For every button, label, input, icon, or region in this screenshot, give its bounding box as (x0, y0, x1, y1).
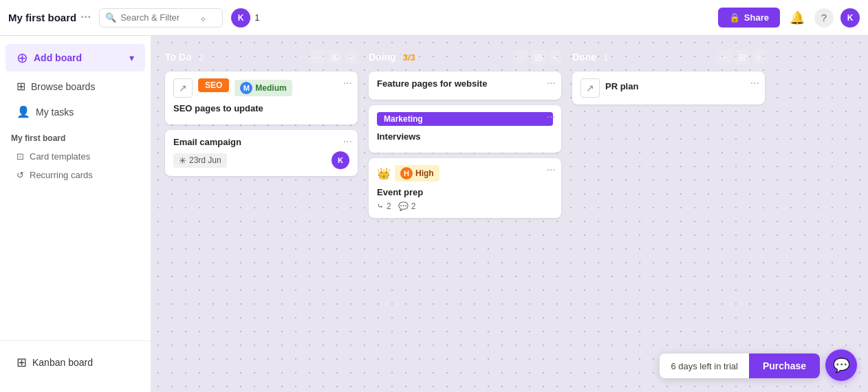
user-badge: K 1 (231, 8, 259, 28)
comment-count: 2 (411, 202, 416, 211)
email-card-footer: ✳ 23rd Jun K (173, 151, 349, 169)
crown-icon: 👑 (377, 167, 391, 180)
browse-boards-icon: ⊞ (17, 80, 25, 93)
filter-icon[interactable]: ⬦ (200, 12, 206, 23)
column-todo-dots-button[interactable]: ··· (310, 50, 325, 65)
search-input[interactable] (120, 12, 196, 23)
add-board-button[interactable]: ⊕ Add board ▾ (6, 44, 145, 72)
topbar-right: 🔒 Share 🔔 ? K (718, 8, 860, 28)
seo-card-body: SEO pages to update (173, 103, 349, 113)
column-done: Done 1 ··· ⊞ + ··· ↗ PR plan (572, 50, 765, 378)
main-layout: ⊕ Add board ▾ ⊞ Browse boards 👤 My tasks… (0, 36, 868, 392)
event-priority-badge: H High (395, 165, 440, 182)
board-area: To Do 2 ··· ⊞ + ··· ↗ SEO M (151, 36, 868, 392)
column-done-count: 1 (603, 52, 608, 63)
topbar-user-avatar[interactable]: K (840, 8, 860, 28)
card-email: ··· Email campaign ✳ 23rd Jun K (165, 130, 358, 176)
kanban-icon: ⊞ (17, 355, 27, 370)
search-bar[interactable]: 🔍 ⬦ (99, 8, 223, 28)
kanban-label: Kanban board (32, 357, 93, 368)
card-pr-plan-menu[interactable]: ··· (750, 77, 759, 89)
card-seo-menu[interactable]: ··· (343, 77, 352, 89)
sidebar-bottom: ⊞ Kanban board (0, 340, 151, 384)
date-sun-icon: ✳ (179, 155, 186, 166)
event-subtask-stat: ⤷ 2 (377, 202, 391, 211)
card-feature-menu[interactable]: ··· (547, 77, 556, 89)
email-date: 23rd Jun (189, 155, 221, 165)
column-done-dots-button[interactable]: ··· (717, 50, 732, 65)
sidebar-item-my-tasks[interactable]: 👤 My tasks (6, 100, 145, 124)
board-menu-dots[interactable]: ··· (80, 10, 91, 25)
card-templates-label: Card templates (30, 151, 90, 162)
column-doing-header: Doing 3/3 ··· ⊞ + (369, 50, 561, 65)
priority-high-icon: H (400, 167, 413, 179)
card-marketing-menu[interactable]: ··· (547, 111, 556, 123)
column-done-icons: ··· ⊞ + (717, 50, 765, 65)
sidebar-item-card-templates[interactable]: ⊡ Card templates (0, 147, 151, 166)
column-todo-add-button[interactable]: + (345, 50, 358, 65)
seo-redirect-icon: ↗ (173, 78, 193, 98)
column-done-add-button[interactable]: + (752, 50, 765, 65)
event-priority-label: High (415, 168, 434, 178)
column-todo: To Do 2 ··· ⊞ + ··· ↗ SEO M (165, 50, 358, 378)
column-todo-header: To Do 2 ··· ⊞ + (165, 50, 358, 65)
card-pr-plan: ··· ↗ PR plan (572, 72, 765, 105)
add-board-label: Add board (34, 52, 82, 63)
column-done-header: Done 1 ··· ⊞ + (572, 50, 765, 65)
column-doing-dots-button[interactable]: ··· (513, 50, 528, 65)
seo-priority-label: Medium (255, 83, 286, 93)
column-done-grid-button[interactable]: ⊞ (735, 50, 750, 65)
sidebar-item-kanban[interactable]: ⊞ Kanban board (6, 349, 145, 375)
column-todo-count: 2 (199, 52, 204, 63)
sidebar: ⊕ Add board ▾ ⊞ Browse boards 👤 My tasks… (0, 36, 151, 392)
column-doing: Doing 3/3 ··· ⊞ + ··· Feature pages for … (369, 50, 561, 378)
trial-bar: 6 days left in trial Purchase (660, 353, 820, 378)
column-todo-grid-button[interactable]: ⊞ (327, 50, 343, 65)
pr-plan-title: PR plan (605, 81, 638, 91)
share-label: Share (744, 12, 769, 23)
card-email-menu[interactable]: ··· (343, 135, 352, 148)
column-doing-add-button[interactable]: + (549, 50, 561, 65)
trial-text: 6 days left in trial (660, 354, 749, 378)
event-card-title: Event prep (377, 187, 553, 197)
card-event: ··· 👑 H High Event prep ⤷ 2 (369, 158, 561, 218)
subtask-count: 2 (387, 202, 391, 211)
sidebar-item-browse-boards[interactable]: ⊞ Browse boards (6, 74, 145, 98)
badge-count: 1 (254, 12, 259, 23)
column-doing-count: 3/3 (403, 52, 415, 63)
comment-icon: 💬 (398, 202, 409, 211)
topbar: My first board ··· 🔍 ⬦ K 1 🔒 Share 🔔 ? K (0, 0, 868, 36)
seo-priority-badge: M Medium (235, 80, 292, 96)
my-tasks-label: My tasks (36, 107, 74, 118)
priority-medium-icon: M (240, 82, 252, 94)
browse-boards-label: Browse boards (31, 81, 95, 92)
board-section-title: My first board (0, 125, 151, 147)
marketing-tag: Marketing (377, 112, 553, 126)
column-doing-icons: ··· ⊞ + (513, 50, 561, 65)
chat-bubble-button[interactable]: 💬 (825, 349, 857, 381)
share-button[interactable]: 🔒 Share (718, 8, 780, 28)
column-done-title: Done (572, 52, 596, 63)
event-comment-stat: 💬 2 (398, 202, 416, 211)
subtask-icon: ⤷ (377, 202, 384, 211)
add-board-chevron-icon: ▾ (129, 52, 134, 63)
recurring-cards-icon: ↺ (17, 170, 24, 180)
help-button[interactable]: ? (814, 8, 834, 28)
lock-icon: 🔒 (729, 12, 740, 23)
card-templates-icon: ⊡ (17, 151, 24, 162)
email-avatar: K (332, 151, 349, 169)
card-seo: ··· ↗ SEO M Medium SEO pages to update (165, 72, 358, 124)
purchase-button[interactable]: Purchase (749, 353, 820, 378)
card-event-menu[interactable]: ··· (547, 164, 556, 176)
sidebar-item-recurring-cards[interactable]: ↺ Recurring cards (0, 166, 151, 184)
board-title-section: My first board ··· (8, 10, 91, 25)
column-doing-grid-button[interactable]: ⊞ (531, 50, 546, 65)
column-todo-icons: ··· ⊞ + (310, 50, 358, 65)
pr-redirect-icon: ↗ (581, 78, 600, 98)
add-board-plus-icon: ⊕ (17, 50, 28, 66)
email-date-badge: ✳ 23rd Jun (173, 153, 227, 168)
card-feature: ··· Feature pages for website (369, 72, 561, 100)
user-avatar: K (231, 8, 250, 28)
marketing-card-body: Interviews (377, 131, 553, 142)
notifications-button[interactable]: 🔔 (787, 8, 807, 28)
